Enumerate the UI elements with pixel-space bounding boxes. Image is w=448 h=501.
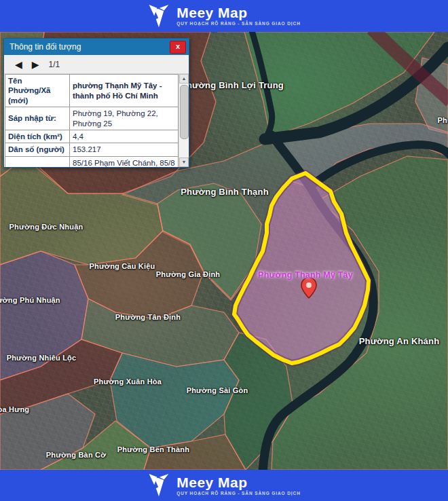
ward-label: Phường Đức Nhuận bbox=[10, 223, 83, 231]
row-value: phường Thạnh Mỹ Tây - thành phố Hồ Chí M… bbox=[70, 75, 179, 107]
row-label: Tên Phường/Xã (mới) bbox=[5, 75, 70, 107]
meey-map-logo-icon bbox=[147, 473, 170, 498]
meey-map-app: Meey Map QUY HOẠCH RÕ RÀNG - SẴN SÀNG GI… bbox=[0, 0, 448, 501]
ward-label: Phường Phú Nhuận bbox=[0, 296, 60, 304]
result-pager: ◀ ▶ 1/1 bbox=[4, 55, 189, 74]
row-label: Diện tích (km²) bbox=[5, 130, 70, 143]
brand-lockup: Meey Map QUY HOẠCH RÕ RÀNG - SẴN SÀNG GI… bbox=[147, 473, 301, 498]
header-bar: Meey Map QUY HOẠCH RÕ RÀNG - SẴN SÀNG GI… bbox=[0, 0, 448, 32]
panel-title: Thông tin đối tượng bbox=[10, 42, 81, 52]
table-row: Diện tích (km²) 4,4 bbox=[5, 130, 179, 143]
page-count: 1/1 bbox=[49, 60, 60, 69]
row-value: 85/16 Phạm Viết Chánh, 85/8 Phạm Viết Ch… bbox=[70, 156, 179, 167]
brand-lockup: Meey Map QUY HOẠCH RÕ RÀNG - SẴN SÀNG GI… bbox=[147, 4, 301, 29]
close-icon[interactable]: x bbox=[170, 41, 186, 54]
row-value: 153.217 bbox=[70, 143, 179, 156]
meey-map-logo-icon bbox=[147, 4, 170, 29]
row-label: Dân số (người) bbox=[5, 143, 70, 156]
ward-label: Phường Sài Gòn bbox=[187, 386, 248, 394]
scroll-up-icon[interactable]: ▲ bbox=[179, 74, 189, 84]
ward-label: Phường Bàn Cờ bbox=[46, 451, 107, 459]
table-row: Trụ sở hành 85/16 Phạm Viết Chánh, 85/8 … bbox=[5, 156, 179, 167]
table-row: Sáp nhập từ: Phường 19, Phường 22, Phườn… bbox=[5, 107, 179, 130]
table-row: Tên Phường/Xã (mới) phường Thạnh Mỹ Tây … bbox=[5, 75, 179, 107]
info-table-wrap: Tên Phường/Xã (mới) phường Thạnh Mỹ Tây … bbox=[4, 74, 189, 167]
ward-label: Phường Xuân Hòa bbox=[94, 377, 162, 386]
row-value: 4,4 bbox=[70, 130, 179, 143]
panel-scrollbar[interactable]: ▲ ▼ bbox=[179, 74, 189, 167]
row-label: Sáp nhập từ: bbox=[5, 107, 70, 130]
row-value: Phường 19, Phường 22, Phường 25 bbox=[70, 107, 179, 130]
scrollbar-thumb[interactable] bbox=[180, 85, 189, 139]
scroll-down-icon[interactable]: ▼ bbox=[179, 157, 189, 167]
ward-label: Phường Hòa Hưng bbox=[0, 405, 29, 413]
brand-tagline: QUY HOẠCH RÕ RÀNG - SẴN SÀNG GIAO DỊCH bbox=[176, 22, 301, 26]
ward-label: Phường Bình Thạnh bbox=[181, 187, 269, 197]
ward-label: Phường An Khánh bbox=[359, 336, 440, 346]
highlighted-ward-label: Phường Thạnh Mỹ Tây bbox=[258, 270, 353, 280]
brand-name: Meey Map bbox=[176, 475, 301, 489]
ward-label: Phường Cầu Kiệu bbox=[89, 262, 155, 270]
ward-label: Phường Bến Thành bbox=[117, 445, 189, 453]
ward-label: Phường Nhiêu Lộc bbox=[7, 354, 77, 362]
ward-label: Phường Gia Định bbox=[156, 270, 221, 278]
next-page-icon[interactable]: ▶ bbox=[32, 60, 39, 69]
brand-tagline: QUY HOẠCH RÕ RÀNG - SẴN SÀNG GIAO DỊCH bbox=[176, 491, 301, 496]
table-row: Dân số (người) 153.217 bbox=[5, 143, 179, 156]
panel-title-bar: Thông tin đối tượng x bbox=[4, 39, 189, 55]
row-label: Trụ sở hành bbox=[5, 156, 70, 167]
brand-name: Meey Map bbox=[176, 5, 301, 20]
prev-page-icon[interactable]: ◀ bbox=[15, 60, 22, 69]
ward-label-partial: Phước bbox=[438, 116, 448, 124]
ward-label: Phường Tân Định bbox=[115, 313, 181, 321]
info-table: Tên Phường/Xã (mới) phường Thạnh Mỹ Tây … bbox=[5, 74, 179, 167]
footer-bar: Meey Map QUY HOẠCH RÕ RÀNG - SẴN SÀNG GI… bbox=[0, 470, 448, 501]
ward-label: Phường Bình Lợi Trung bbox=[181, 80, 284, 90]
object-info-panel: Thông tin đối tượng x ◀ ▶ 1/1 Tên Phường… bbox=[3, 38, 189, 168]
